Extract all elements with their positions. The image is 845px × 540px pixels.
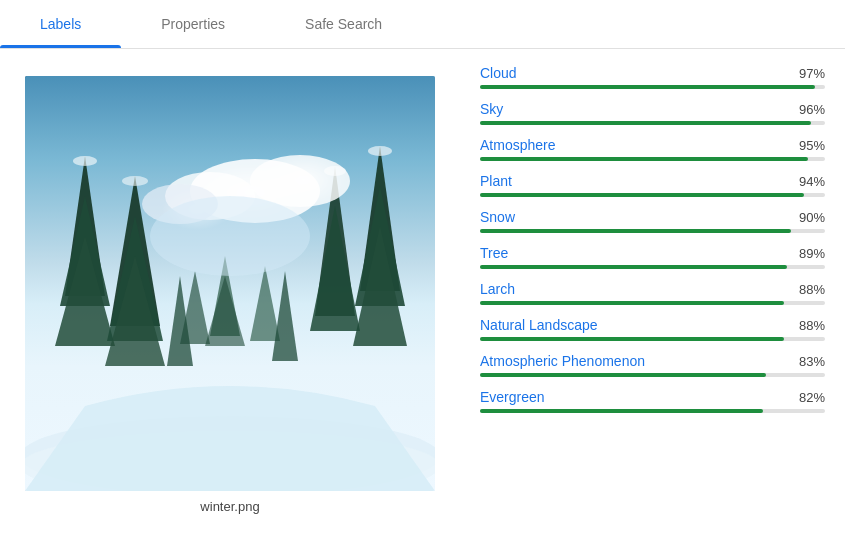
label-item: Atmosphere 95% (480, 137, 825, 161)
svg-marker-15 (310, 206, 360, 331)
progress-track (480, 229, 825, 233)
svg-point-21 (368, 146, 392, 156)
progress-track (480, 265, 825, 269)
tab-properties[interactable]: Properties (121, 0, 265, 48)
progress-bar (480, 157, 808, 161)
label-header: Sky 96% (480, 101, 825, 117)
label-name[interactable]: Plant (480, 173, 512, 189)
label-name[interactable]: Evergreen (480, 389, 545, 405)
progress-track (480, 121, 825, 125)
label-name[interactable]: Tree (480, 245, 508, 261)
label-item: Cloud 97% (480, 65, 825, 89)
progress-track (480, 157, 825, 161)
image-filename: winter.png (200, 499, 259, 514)
label-item: Larch 88% (480, 281, 825, 305)
svg-point-19 (73, 156, 97, 166)
progress-track (480, 301, 825, 305)
label-percentage: 94% (799, 174, 825, 189)
label-name[interactable]: Larch (480, 281, 515, 297)
label-percentage: 88% (799, 318, 825, 333)
label-header: Larch 88% (480, 281, 825, 297)
label-header: Atmospheric Phenomenon 83% (480, 353, 825, 369)
progress-track (480, 409, 825, 413)
label-name[interactable]: Sky (480, 101, 503, 117)
label-percentage: 88% (799, 282, 825, 297)
label-name[interactable]: Atmospheric Phenomenon (480, 353, 645, 369)
svg-marker-3 (250, 266, 280, 341)
progress-bar (480, 121, 811, 125)
progress-bar (480, 265, 787, 269)
label-item: Tree 89% (480, 245, 825, 269)
label-percentage: 83% (799, 354, 825, 369)
progress-track (480, 337, 825, 341)
tab-labels[interactable]: Labels (0, 0, 121, 48)
progress-bar (480, 373, 766, 377)
progress-track (480, 193, 825, 197)
svg-marker-17 (272, 271, 298, 361)
label-header: Cloud 97% (480, 65, 825, 81)
image-display (25, 76, 435, 491)
label-item: Atmospheric Phenomenon 83% (480, 353, 825, 377)
progress-bar (480, 193, 804, 197)
label-header: Natural Landscape 88% (480, 317, 825, 333)
label-name[interactable]: Atmosphere (480, 137, 555, 153)
svg-point-27 (150, 196, 310, 276)
label-item: Plant 94% (480, 173, 825, 197)
label-percentage: 96% (799, 102, 825, 117)
label-percentage: 82% (799, 390, 825, 405)
progress-track (480, 85, 825, 89)
label-name[interactable]: Cloud (480, 65, 517, 81)
label-percentage: 89% (799, 246, 825, 261)
tab-safe-search[interactable]: Safe Search (265, 0, 422, 48)
progress-bar (480, 85, 815, 89)
label-percentage: 90% (799, 210, 825, 225)
label-item: Evergreen 82% (480, 389, 825, 413)
image-panel: winter.png (0, 49, 460, 540)
label-name[interactable]: Natural Landscape (480, 317, 598, 333)
label-item: Sky 96% (480, 101, 825, 125)
progress-bar (480, 301, 784, 305)
label-header: Evergreen 82% (480, 389, 825, 405)
label-item: Snow 90% (480, 209, 825, 233)
label-item: Natural Landscape 88% (480, 317, 825, 341)
svg-marker-2 (205, 276, 245, 346)
progress-bar (480, 229, 791, 233)
svg-point-20 (122, 176, 148, 186)
tabs-bar: Labels Properties Safe Search (0, 0, 845, 49)
progress-bar (480, 409, 763, 413)
progress-track (480, 373, 825, 377)
image-container (25, 76, 435, 491)
label-name[interactable]: Snow (480, 209, 515, 225)
svg-point-24 (250, 155, 350, 207)
label-header: Tree 89% (480, 245, 825, 261)
main-content: winter.png Cloud 97% Sky 96% Atmosphere … (0, 49, 845, 540)
label-header: Atmosphere 95% (480, 137, 825, 153)
label-header: Snow 90% (480, 209, 825, 225)
labels-panel[interactable]: Cloud 97% Sky 96% Atmosphere 95% (460, 49, 845, 540)
label-percentage: 97% (799, 66, 825, 81)
progress-bar (480, 337, 784, 341)
label-header: Plant 94% (480, 173, 825, 189)
label-percentage: 95% (799, 138, 825, 153)
